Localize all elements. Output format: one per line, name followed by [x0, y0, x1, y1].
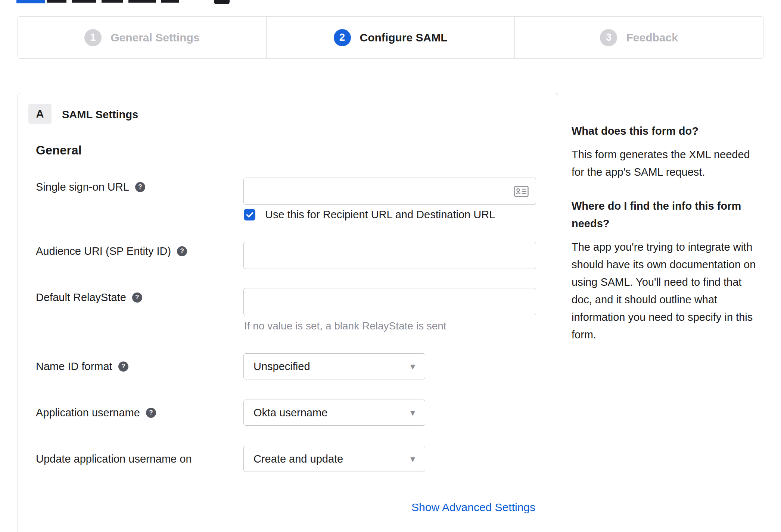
step-label: Configure SAML: [360, 31, 448, 44]
section-title: SAML Settings: [62, 109, 138, 121]
wizard-stepper: 1 General Settings 2 Configure SAML 3 Fe…: [18, 16, 763, 59]
sso-url-input[interactable]: [243, 178, 536, 205]
help-icon[interactable]: ?: [146, 408, 156, 418]
step-label: Feedback: [626, 31, 678, 44]
relay-state-input[interactable]: [243, 288, 536, 315]
select-value: Create and update: [253, 453, 343, 465]
field-label-text: Default RelayState: [36, 291, 126, 304]
app-username-select[interactable]: Okta username ▾: [243, 400, 425, 426]
saml-settings-card: A SAML Settings General Single sign-on U…: [18, 93, 558, 532]
recipient-url-checkbox-row: Use this for Recipient URL and Destinati…: [244, 209, 495, 221]
field-label-text: Audience URI (SP Entity ID): [36, 245, 171, 257]
show-advanced-settings-link[interactable]: Show Advanced Settings: [411, 501, 535, 514]
recipient-url-checkbox-label: Use this for Recipient URL and Destinati…: [265, 209, 495, 221]
name-id-format-select[interactable]: Unspecified ▾: [243, 353, 425, 379]
help-answer-2: The app you're trying to integrate with …: [572, 238, 760, 344]
step-feedback[interactable]: 3 Feedback: [514, 17, 763, 58]
step-number-badge: 1: [84, 29, 102, 46]
help-question-2: Where do I find the info this form needs…: [572, 197, 760, 232]
step-configure-saml[interactable]: 2 Configure SAML: [266, 17, 515, 58]
chevron-down-icon: ▾: [410, 407, 415, 419]
sso-url-field: [243, 178, 536, 205]
relay-state-field: [243, 288, 536, 315]
field-label-text: Update application username on: [36, 453, 192, 465]
select-value: Unspecified: [253, 360, 310, 373]
audience-uri-field: [243, 242, 536, 269]
relay-state-label: Default RelayState ?: [36, 291, 142, 304]
contact-card-icon[interactable]: [514, 186, 529, 197]
name-id-format-label: Name ID format ?: [36, 360, 128, 373]
check-icon: [246, 212, 253, 218]
relay-state-hint: If no value is set, a blank RelayState i…: [244, 320, 446, 332]
audience-uri-label: Audience URI (SP Entity ID) ?: [36, 245, 187, 257]
section-a-badge: A: [28, 104, 52, 124]
field-label-text: Single sign-on URL: [36, 181, 129, 193]
sso-url-label: Single sign-on URL ?: [36, 181, 145, 193]
recipient-url-checkbox[interactable]: [244, 209, 255, 220]
cut-off-title-fragment: [102, 0, 123, 3]
step-general-settings[interactable]: 1 General Settings: [18, 17, 266, 58]
step-number-badge: 2: [334, 29, 351, 46]
help-icon[interactable]: ?: [135, 182, 145, 192]
help-icon[interactable]: ?: [132, 292, 142, 303]
cut-off-title-fragment: [128, 0, 156, 3]
app-username-label: Application username ?: [36, 406, 156, 419]
field-label-text: Application username: [36, 407, 140, 419]
cut-off-title-fragment: [161, 0, 179, 3]
help-icon[interactable]: ?: [118, 362, 128, 372]
cut-off-link-fragment: [16, 0, 45, 3]
chevron-down-icon: ▾: [410, 453, 415, 465]
cut-off-header: [0, 0, 781, 4]
cut-off-title-fragment: [72, 0, 96, 3]
step-number-badge: 3: [600, 29, 617, 46]
update-username-select[interactable]: Create and update ▾: [243, 446, 425, 472]
help-answer-1: This form generates the XML needed for t…: [572, 146, 760, 181]
audience-uri-input[interactable]: [243, 242, 536, 269]
help-icon[interactable]: ?: [177, 246, 187, 256]
update-username-label: Update application username on: [36, 453, 192, 465]
group-heading-general: General: [36, 143, 82, 157]
help-panel: What does this form do? This form genera…: [572, 122, 760, 360]
select-value: Okta username: [253, 407, 327, 419]
cut-off-icon: [214, 0, 230, 4]
help-question-1: What does this form do?: [572, 122, 760, 140]
step-label: General Settings: [111, 31, 199, 44]
cut-off-title-fragment: [47, 0, 66, 3]
field-label-text: Name ID format: [36, 360, 112, 373]
chevron-down-icon: ▾: [410, 361, 415, 372]
